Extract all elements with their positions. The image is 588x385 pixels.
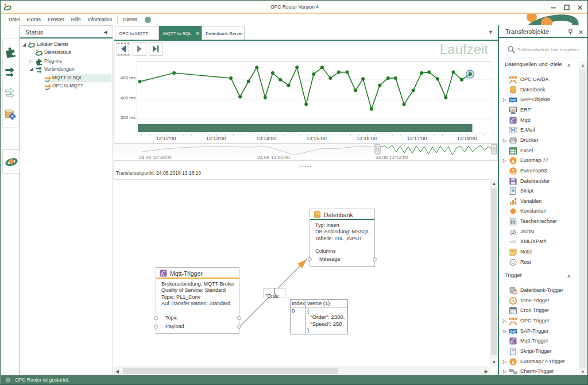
tab-opc-to-mqtt[interactable]: OPC to MQTT	[115, 26, 159, 40]
opc-router-logo-icon[interactable]	[2, 149, 20, 174]
port-label: Message	[319, 256, 341, 262]
canvas-vertical-scrollbar[interactable]: ▲ ▼	[490, 179, 498, 367]
collapsed-arrow-icon[interactable]: ▷	[503, 329, 506, 334]
transfer-object-cron-trigger[interactable]: Cron Trigger	[499, 306, 578, 316]
transfer-object-taschenrechner[interactable]: Taschenrechner	[499, 217, 578, 227]
transfer-object-excel[interactable]: Excel	[499, 146, 578, 156]
transfer-object-skript-trigger[interactable]: Skript-Trigger	[499, 346, 578, 357]
close-icon[interactable]: ✕	[578, 29, 583, 36]
input-port[interactable]	[154, 325, 158, 329]
collapsed-arrow-icon[interactable]: ▷	[503, 360, 506, 364]
menu-hilfe[interactable]: Hilfe	[68, 16, 84, 24]
menu-information[interactable]: Information	[84, 16, 116, 24]
node-datenbank[interactable]: DatenbankTyp: InsertDB-Anbindung: MSSQLT…	[310, 209, 375, 267]
transfer-object-konstanten[interactable]: Konstanten	[499, 206, 578, 217]
puzzle-icon[interactable]	[3, 44, 18, 59]
step-back-button[interactable]	[117, 42, 130, 56]
collapsed-arrow-icon[interactable]: ▷	[503, 138, 506, 143]
section-header-trigger[interactable]: Trigger	[505, 272, 577, 278]
collapsed-arrow-icon[interactable]: ▷	[503, 159, 506, 163]
scroll-down-icon[interactable]: ▼	[490, 360, 498, 365]
connection-diagram-canvas[interactable]: DatenbankTyp: InsertDB-Anbindung: MSSQLT…	[114, 179, 490, 367]
node-mqtt-trigger[interactable]: Mqtt-TriggerBrokeranbindung: MQTT-Broker…	[156, 267, 239, 334]
menu-fenster[interactable]: Fenster	[44, 16, 68, 24]
tree-item-dienststatus[interactable]: Dienststatus	[20, 49, 113, 57]
menu-dienst[interactable]: Dienst	[119, 16, 140, 24]
splitter-handle[interactable]: •••••	[114, 165, 498, 168]
search-box[interactable]: Schlüsselwörter hier eingeben	[504, 43, 579, 57]
transfer-object-json[interactable]: {J}JSON	[499, 227, 578, 237]
transfer-object-variablen[interactable]: Variablen	[499, 197, 578, 207]
transfer-object-xml-xpath[interactable]: </>XML/XPath	[499, 237, 578, 247]
transfer-object-euromap77-trigger[interactable]: ▷Euromap77-Trigger	[499, 357, 578, 367]
maximize-button[interactable]	[562, 3, 571, 12]
scrollbar-thumb[interactable]	[491, 188, 497, 355]
folder-gear-icon[interactable]	[3, 106, 18, 121]
tree-item-opc-to-mqtt[interactable]: OPC to MQTT	[20, 82, 113, 90]
pin-icon[interactable]	[568, 29, 573, 35]
section-collapse-icon[interactable]: ∧	[567, 273, 571, 279]
menu-extras[interactable]: Extras	[24, 16, 44, 24]
scroll-left-icon[interactable]: ◀	[115, 369, 119, 374]
scrollbar-thumb[interactable]	[579, 70, 586, 368]
transfer-object-mqtt-trigger[interactable]: Mqtt-Trigger	[499, 336, 578, 346]
transfer-object-opc-ua-da[interactable]: OPC UA/DA	[499, 75, 578, 85]
output-port[interactable]	[237, 325, 241, 329]
section-collapse-icon[interactable]: ∧	[567, 62, 571, 68]
minimize-button[interactable]	[549, 3, 558, 12]
expanded-arrow-icon[interactable]: ◢	[22, 43, 26, 47]
timeline-overview[interactable]: 24.08 12:58:0024.08 13:05:0024.08 13:12:…	[114, 143, 498, 161]
scroll-up-icon[interactable]: ▲	[490, 181, 498, 186]
transfer-object-drucker[interactable]: ▷Drucker	[499, 136, 578, 146]
scrollbar-thumb[interactable]	[123, 368, 338, 374]
scroll-up-icon[interactable]: ▲	[579, 63, 587, 68]
panel-scrollbar[interactable]: ▲ ▼	[579, 61, 587, 376]
scroll-right-icon[interactable]: ▶	[485, 369, 488, 374]
tree-item-verbindungen[interactable]: ◢Verbindungen	[20, 66, 113, 74]
tab-mqtt-to-sql[interactable]: MQTT to SQL✕	[159, 26, 202, 40]
tab-overflow-dropdown-icon[interactable]: ▼	[488, 29, 493, 35]
expanded-arrow-icon[interactable]: ◢	[29, 67, 33, 72]
transfer-object-mqtt[interactable]: Mqtt	[499, 116, 578, 126]
collapsed-arrow-icon[interactable]: ▷	[29, 59, 33, 64]
step-forward-button[interactable]	[133, 42, 146, 56]
transfer-object-skript[interactable]: Skript	[499, 186, 578, 197]
transfer-object-datenbank[interactable]: Datenbank	[499, 85, 578, 95]
tab-datenbank-server[interactable]: Datenbank-Server	[202, 26, 245, 40]
transfer-object-notiz[interactable]: Notiz	[499, 247, 578, 257]
transfer-object-euromap-77[interactable]: ▷Euromap 77	[499, 156, 578, 166]
transfer-object-e-mail[interactable]: E-Mail	[499, 125, 578, 136]
transfer-object-sap-trigger[interactable]: ▷SAPSAP-Trigger	[499, 326, 578, 337]
canvas-horizontal-scrollbar[interactable]: ◀ ▶	[114, 367, 490, 375]
node-section-label: Columns	[315, 248, 371, 255]
tree-item-mqtt-to-sql[interactable]: MQTT to SQL	[20, 74, 113, 82]
status-panel-header: Status ◄	[20, 26, 113, 38]
transfer-object-euromap63[interactable]: Euromap63	[499, 166, 578, 176]
input-port[interactable]	[308, 257, 312, 261]
output-port[interactable]	[373, 257, 377, 261]
close-button[interactable]	[575, 3, 585, 12]
transfer-object-opc-trigger[interactable]: ▷OPC-Trigger	[499, 316, 578, 326]
tree-item-plug-ins[interactable]: ▷Plug-ins	[20, 57, 113, 66]
transfer-arrows-light-icon[interactable]	[3, 86, 18, 101]
output-port[interactable]	[237, 316, 241, 320]
runtime-chart[interactable]	[137, 61, 493, 133]
go-to-end-button[interactable]	[149, 42, 163, 56]
tab-close-icon[interactable]: ✕	[196, 31, 200, 36]
tree-item-lokaler-dienst[interactable]: ◢Lokaler Dienst	[20, 41, 113, 49]
collapsed-arrow-icon[interactable]: ▷	[503, 98, 506, 102]
collapsed-arrow-icon[interactable]: ▷	[503, 319, 506, 324]
transfer-object-time-trigger[interactable]: Time-Trigger	[499, 296, 578, 306]
scroll-down-icon[interactable]: ▼	[579, 369, 587, 375]
menu-datei[interactable]: Datei	[5, 16, 24, 24]
collapse-arrow-icon[interactable]: ◄	[103, 29, 108, 35]
transfer-object-dateitransfer[interactable]: Dateitransfer	[499, 176, 578, 187]
transfer-arrows-icon[interactable]	[3, 65, 18, 80]
section-header-datenquellen[interactable]: Datenquellen und -ziele	[505, 61, 577, 67]
collapsed-arrow-icon[interactable]: ▷	[503, 369, 506, 374]
transfer-object-sap-objekte[interactable]: ▷SAPSAP-Objekte	[499, 95, 578, 105]
transfer-object-datenbank-trigger[interactable]: Datenbank-Trigger	[499, 286, 578, 296]
input-port[interactable]	[154, 316, 158, 320]
transfer-object-rest[interactable]: Rest	[499, 257, 578, 268]
transfer-object-erp[interactable]: ERPERP	[499, 105, 578, 116]
